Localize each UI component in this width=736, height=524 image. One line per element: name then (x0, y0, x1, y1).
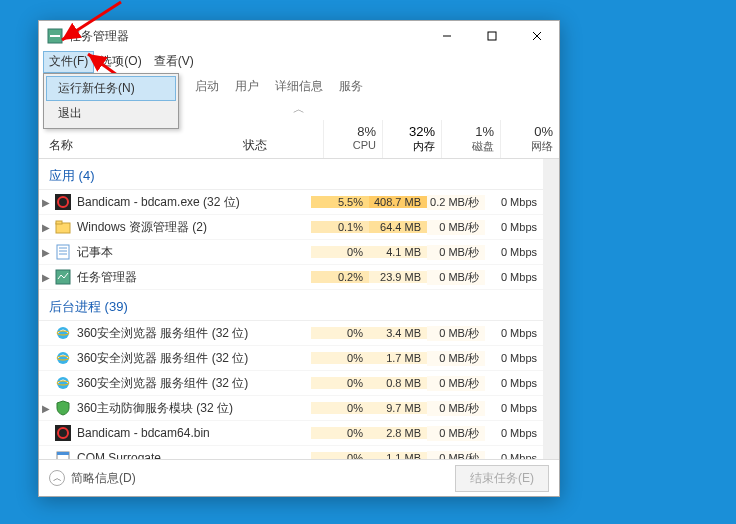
cell-memory: 23.9 MB (369, 271, 427, 283)
cell-memory: 64.4 MB (369, 221, 427, 233)
menu-options[interactable]: 选项(O) (94, 51, 147, 73)
cell-disk: 0 MB/秒 (427, 376, 485, 391)
cell-network: 0 Mbps (485, 352, 543, 364)
process-icon (55, 350, 71, 366)
tab-details[interactable]: 详细信息 (267, 74, 331, 99)
process-row[interactable]: 360安全浏览器 服务组件 (32 位)0%1.7 MB0 MB/秒0 Mbps (39, 346, 543, 371)
svg-rect-9 (56, 221, 62, 224)
process-row[interactable]: ▶记事本0%4.1 MB0 MB/秒0 Mbps (39, 240, 543, 265)
process-name: COM Surrogate (77, 451, 299, 459)
fewer-details-toggle[interactable]: ︿ 简略信息(D) (49, 470, 136, 487)
process-row[interactable]: Bandicam - bdcam64.bin0%2.8 MB0 MB/秒0 Mb… (39, 421, 543, 446)
process-name: Bandicam - bdcam.exe (32 位) (77, 194, 299, 211)
cell-disk: 0 MB/秒 (427, 451, 485, 460)
cell-disk: 0 MB/秒 (427, 245, 485, 260)
cell-disk: 0 MB/秒 (427, 220, 485, 235)
cell-network: 0 Mbps (485, 327, 543, 339)
cell-network: 0 Mbps (485, 271, 543, 283)
cell-network: 0 Mbps (485, 402, 543, 414)
process-list[interactable]: 应用 (4)▶Bandicam - bdcam.exe (32 位)5.5%40… (39, 159, 559, 459)
cell-disk: 0 MB/秒 (427, 351, 485, 366)
expand-icon[interactable]: ▶ (39, 222, 53, 233)
cell-memory: 408.7 MB (369, 196, 427, 208)
expand-icon[interactable]: ▶ (39, 197, 53, 208)
window-title: 任务管理器 (69, 28, 424, 45)
menu-item-exit[interactable]: 退出 (46, 101, 176, 126)
titlebar[interactable]: 任务管理器 (39, 21, 559, 51)
cell-memory: 2.8 MB (369, 427, 427, 439)
cell-cpu: 0.1% (311, 221, 369, 233)
process-icon (55, 400, 71, 416)
svg-rect-24 (57, 452, 69, 455)
process-icon (55, 375, 71, 391)
maximize-button[interactable] (469, 21, 514, 51)
process-icon (55, 269, 71, 285)
svg-rect-3 (488, 32, 496, 40)
header-cpu[interactable]: 8% CPU (323, 120, 382, 158)
menubar: 文件(F) 选项(O) 查看(V) 运行新任务(N) 退出 (39, 51, 559, 73)
cell-memory: 3.4 MB (369, 327, 427, 339)
cell-cpu: 0% (311, 327, 369, 339)
cell-network: 0 Mbps (485, 377, 543, 389)
process-name: 360安全浏览器 服务组件 (32 位) (77, 375, 299, 392)
header-disk[interactable]: 1% 磁盘 (441, 120, 500, 158)
process-row[interactable]: 360安全浏览器 服务组件 (32 位)0%0.8 MB0 MB/秒0 Mbps (39, 371, 543, 396)
process-name: Bandicam - bdcam64.bin (77, 426, 299, 440)
process-icon (55, 425, 71, 441)
process-name: 记事本 (77, 244, 299, 261)
process-icon (55, 244, 71, 260)
cell-network: 0 Mbps (485, 246, 543, 258)
cell-disk: 0 MB/秒 (427, 401, 485, 416)
minimize-button[interactable] (424, 21, 469, 51)
header-status[interactable]: 状态 (243, 120, 323, 158)
expand-icon[interactable]: ▶ (39, 247, 53, 258)
process-name: 360安全浏览器 服务组件 (32 位) (77, 350, 299, 367)
cell-cpu: 0% (311, 246, 369, 258)
tab-startup[interactable]: 启动 (187, 74, 227, 99)
cell-memory: 0.8 MB (369, 377, 427, 389)
cell-network: 0 Mbps (485, 196, 543, 208)
end-task-button[interactable]: 结束任务(E) (455, 465, 549, 492)
cell-network: 0 Mbps (485, 221, 543, 233)
cell-disk: 0 MB/秒 (427, 326, 485, 341)
cell-cpu: 0% (311, 377, 369, 389)
cell-memory: 4.1 MB (369, 246, 427, 258)
close-button[interactable] (514, 21, 559, 51)
task-manager-window: 任务管理器 文件(F) 选项(O) 查看(V) 运行新任务(N) 退出 记录 启… (38, 20, 560, 497)
cell-memory: 9.7 MB (369, 402, 427, 414)
process-row[interactable]: ▶360主动防御服务模块 (32 位)0%9.7 MB0 MB/秒0 Mbps (39, 396, 543, 421)
group-background: 后台进程 (39) (39, 290, 543, 321)
process-row[interactable]: 360安全浏览器 服务组件 (32 位)0%3.4 MB0 MB/秒0 Mbps (39, 321, 543, 346)
expand-icon[interactable]: ▶ (39, 272, 53, 283)
menu-file[interactable]: 文件(F) (43, 51, 94, 73)
header-network[interactable]: 0% 网络 (500, 120, 559, 158)
app-icon (47, 28, 63, 44)
tab-users[interactable]: 用户 (227, 74, 267, 99)
menu-view[interactable]: 查看(V) (148, 51, 200, 73)
cell-network: 0 Mbps (485, 452, 543, 459)
process-name: 任务管理器 (77, 269, 299, 286)
menu-item-run-new-task[interactable]: 运行新任务(N) (46, 76, 176, 101)
process-row[interactable]: ▶Windows 资源管理器 (2)0.1%64.4 MB0 MB/秒0 Mbp… (39, 215, 543, 240)
group-apps: 应用 (4) (39, 159, 543, 190)
file-menu-dropdown: 运行新任务(N) 退出 (43, 73, 179, 129)
cell-cpu: 0% (311, 427, 369, 439)
header-memory[interactable]: 32% 内存 (382, 120, 441, 158)
cell-cpu: 0% (311, 352, 369, 364)
process-icon (55, 194, 71, 210)
cell-memory: 1.7 MB (369, 352, 427, 364)
vertical-scrollbar[interactable] (543, 159, 559, 459)
tab-services[interactable]: 服务 (331, 74, 371, 99)
process-row[interactable]: ▶Bandicam - bdcam.exe (32 位)5.5%408.7 MB… (39, 190, 543, 215)
process-row[interactable]: ▶任务管理器0.2%23.9 MB0 MB/秒0 Mbps (39, 265, 543, 290)
process-icon (55, 219, 71, 235)
svg-point-15 (57, 327, 69, 339)
cell-disk: 0 MB/秒 (427, 270, 485, 285)
process-row[interactable]: COM Surrogate0%1.1 MB0 MB/秒0 Mbps (39, 446, 543, 459)
svg-rect-1 (50, 35, 60, 37)
expand-icon[interactable]: ▶ (39, 403, 53, 414)
cell-disk: 0 MB/秒 (427, 426, 485, 441)
process-icon (55, 450, 71, 459)
process-name: 360主动防御服务模块 (32 位) (77, 400, 299, 417)
cell-network: 0 Mbps (485, 427, 543, 439)
